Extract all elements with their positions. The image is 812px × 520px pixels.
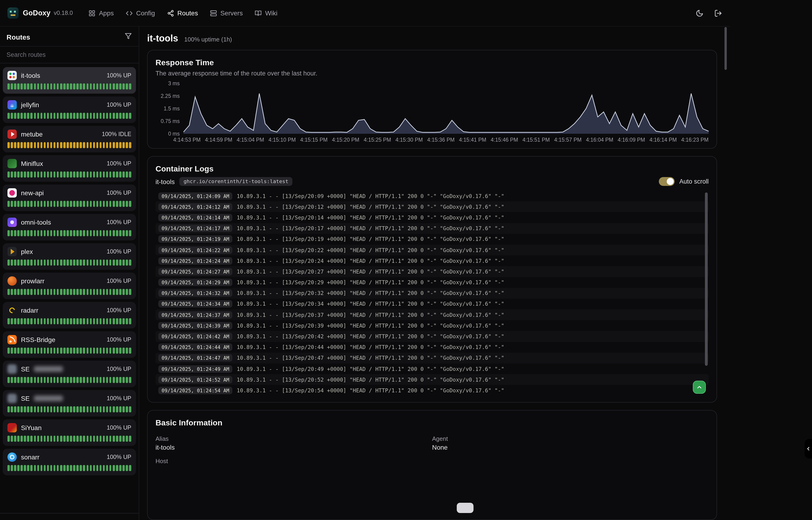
basic-info-card: Basic Information Alias it-tools Agent N… [147,410,717,520]
route-list-item[interactable]: metube 100% IDLE [3,126,136,152]
x-tick-label: 4:15:36 PM [427,137,455,142]
nav-item-wiki[interactable]: Wiki [255,9,278,17]
clipped-badge [457,503,474,513]
log-message: 10.89.3.1 - - [13/Sep/20:49 +0000] "HEAD… [237,366,504,372]
nav-item-apps[interactable]: Apps [89,9,114,17]
field-label: Host [156,458,432,465]
route-list-item[interactable]: prowlarr 100% UP [3,272,136,299]
uptime-bar [77,436,79,442]
log-row: 09/14/2025, 01:24:39 AM 10.89.3.1 - - [1… [156,320,709,331]
moon-icon [695,9,703,17]
route-status: 100% UP [107,219,131,226]
uptime-bar [57,377,59,383]
uptime-bar [100,83,102,89]
log-row: 09/14/2025, 01:24:44 AM 10.89.3.1 - - [1… [156,342,709,353]
uptime-bar [17,201,19,207]
response-time-subtitle: The average response time of the route o… [156,70,709,77]
route-name: new-api [21,189,44,197]
nav-item-label: Apps [99,9,114,17]
nav-item-label: Config [136,9,155,17]
route-name: plex [21,248,33,255]
uptime-bar [126,142,128,148]
uptime-bar [17,377,19,383]
search-routes-input[interactable] [0,47,139,63]
filter-button[interactable] [124,33,132,41]
uptime-bar [77,113,79,119]
route-list-item[interactable]: it-tools 100% UP [3,67,136,94]
route-name: metube [21,130,43,138]
chart-area-fill [184,94,709,134]
uptime-bar [27,113,29,119]
uptime-bar [14,142,16,148]
uptime-bars [7,113,131,119]
panel-collapse-tab[interactable] [805,439,812,459]
log-timestamp: 09/14/2025, 01:24:17 AM [158,225,232,232]
x-tick-label: 4:15:20 PM [332,137,359,142]
log-timestamp: 09/14/2025, 01:24:52 AM [158,376,232,384]
uptime-bar [37,347,39,354]
uptime-bar [113,347,115,354]
uptime-bar [77,347,79,354]
uptime-bar [83,318,85,324]
basic-info-title: Basic Information [156,418,709,428]
nav-item-routes[interactable]: Routes [167,9,198,17]
uptime-bar [77,406,79,412]
uptime-bar [116,347,118,354]
uptime-bar [44,318,46,324]
uptime-bar [47,230,49,236]
code-icon [126,9,133,17]
route-list-item[interactable]: omni-tools 100% UP [3,214,136,240]
uptime-bar [21,406,23,412]
page-scrollbar[interactable] [725,27,727,70]
x-tick-label: 4:15:46 PM [491,137,518,142]
uptime-bar [73,230,76,236]
uptime-bar [7,113,9,119]
uptime-bar [37,230,39,236]
route-list-item[interactable]: sonarr 100% UP [3,449,136,475]
uptime-bar [40,201,43,207]
route-list-item[interactable]: plex 100% UP [3,243,136,270]
log-scrollbar[interactable] [705,192,708,366]
route-list-item[interactable]: SE 100% UP [3,390,136,417]
route-status: 100% UP [107,336,131,343]
uptime-bar [126,347,128,354]
uptime-bar [122,465,124,471]
uptime-bar [27,406,29,412]
log-message: 10.89.3.1 - - [13/Sep/20:39 +0000] "HEAD… [237,322,504,329]
log-message: 10.89.3.1 - - [13/Sep/20:14 +0000] "HEAD… [237,214,504,221]
auto-scroll-toggle[interactable] [659,177,675,186]
uptime-bar [21,436,23,442]
uptime-bar [77,172,79,178]
y-tick-label: 0.75 ms [161,119,180,124]
x-tick-label: 4:15:57 PM [554,137,582,142]
route-list-item[interactable]: new-api 100% UP [3,184,136,211]
route-list-item[interactable]: SiYuan 100% UP [3,419,136,446]
uptime-bar [57,318,59,324]
uptime-bar [60,406,62,412]
uptime-bar [86,465,88,471]
uptime-bar [37,465,39,471]
uptime-bar [57,347,59,354]
uptime-bar [14,347,16,354]
nav-item-servers[interactable]: Servers [210,9,243,17]
uptime-bar [57,83,59,89]
route-list-item[interactable]: Miniflux 100% UP [3,155,136,182]
logout-button[interactable] [713,8,723,18]
uptime-bar [90,260,92,266]
uptime-bar [126,377,128,383]
route-list-item[interactable]: RSS-Bridge 100% UP [3,331,136,358]
nav-item-config[interactable]: Config [126,9,155,17]
uptime-bar [34,83,36,89]
scroll-to-bottom-button[interactable] [693,381,706,394]
route-list-item[interactable]: SE 100% UP [3,361,136,387]
uptime-bar [70,113,72,119]
uptime-bar [80,377,82,383]
uptime-bar [27,377,29,383]
theme-toggle-button[interactable] [695,8,704,18]
uptime-bar [27,142,29,148]
route-list-item[interactable]: radarr 100% UP [3,302,136,329]
uptime-bar [116,406,118,412]
route-list-item[interactable]: jellyfin 100% UP [3,97,136,123]
uptime-bar [73,436,76,442]
uptime-bar [122,289,124,295]
